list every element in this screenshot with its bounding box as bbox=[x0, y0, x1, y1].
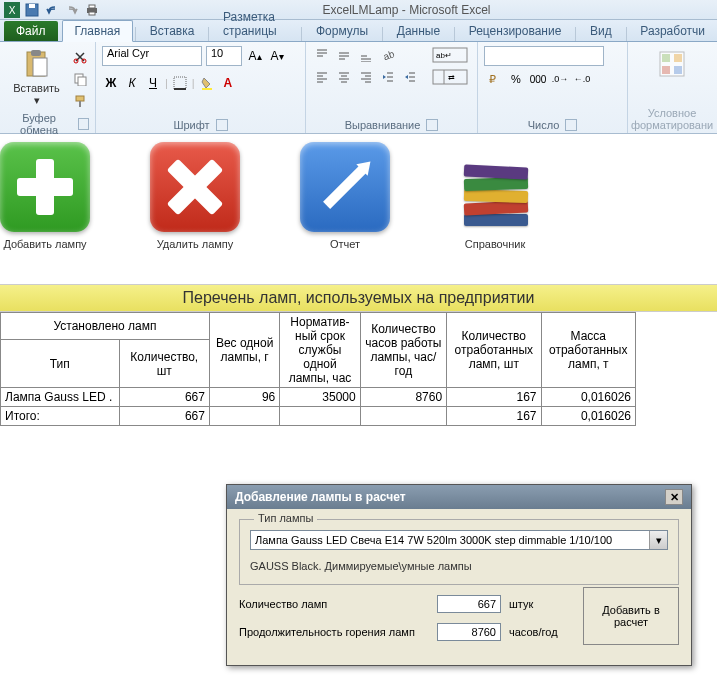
quick-access-toolbar: X bbox=[4, 2, 100, 18]
font-color-icon[interactable]: A bbox=[219, 74, 237, 92]
titlebar: X ExcelLMLamp - Microsoft Excel bbox=[0, 0, 717, 20]
undo-icon[interactable] bbox=[44, 2, 60, 18]
tab-review[interactable]: Рецензирование bbox=[457, 21, 574, 41]
tab-file[interactable]: Файл bbox=[4, 21, 58, 41]
save-icon[interactable] bbox=[24, 2, 40, 18]
border-icon[interactable] bbox=[171, 74, 189, 92]
group-number-label: Число bbox=[528, 119, 560, 131]
svg-rect-3 bbox=[29, 4, 35, 8]
sheet-header: Перечень ламп, используемых на предприят… bbox=[0, 284, 717, 312]
hdr-qty: Количество, шт bbox=[119, 340, 209, 388]
tab-data[interactable]: Данные bbox=[385, 21, 452, 41]
hdr-installed: Установлено ламп bbox=[1, 313, 210, 340]
paste-label: Вставить bbox=[13, 82, 60, 94]
conditional-formatting-button[interactable] bbox=[652, 46, 692, 82]
delete-lamp-button[interactable] bbox=[150, 142, 240, 232]
report-button[interactable] bbox=[300, 142, 390, 232]
lamp-table: Установлено ламп Вес одной лампы, г Норм… bbox=[0, 312, 636, 426]
comma-icon[interactable]: 000 bbox=[528, 70, 548, 88]
add-lamp-button[interactable] bbox=[0, 142, 90, 232]
hdr-worked: Количество отработанных ламп, шт bbox=[447, 313, 541, 388]
svg-text:ab↵: ab↵ bbox=[436, 51, 452, 60]
report-label: Отчет bbox=[330, 238, 360, 250]
align-middle-icon[interactable] bbox=[334, 46, 354, 64]
tab-home[interactable]: Главная bbox=[62, 20, 134, 42]
svg-text:X: X bbox=[9, 5, 16, 16]
tab-developer[interactable]: Разработчи bbox=[628, 21, 717, 41]
hdr-hours: Количество часов работы лампы, час/год bbox=[360, 313, 446, 388]
ribbon: Вставить ▾ Буфер обмена Arial Cyr 10 A▴ … bbox=[0, 42, 717, 134]
tab-page-layout[interactable]: Разметка страницы bbox=[211, 7, 299, 41]
font-name-select[interactable]: Arial Cyr bbox=[102, 46, 202, 66]
fill-color-icon[interactable] bbox=[198, 74, 216, 92]
currency-icon[interactable]: ₽ bbox=[484, 70, 504, 88]
svg-rect-18 bbox=[202, 88, 212, 90]
merge-center-icon[interactable]: ⇄ bbox=[430, 68, 470, 86]
window-title: ExcelLMLamp - Microsoft Excel bbox=[100, 3, 713, 17]
font-launcher[interactable] bbox=[216, 119, 228, 131]
decrease-decimal-icon[interactable]: ←.0 bbox=[572, 70, 592, 88]
svg-rect-8 bbox=[31, 50, 41, 56]
add-lamp-label: Добавить лампу bbox=[3, 238, 86, 250]
svg-rect-6 bbox=[89, 12, 95, 15]
svg-rect-54 bbox=[662, 54, 670, 62]
bold-button[interactable]: Ж bbox=[102, 74, 120, 92]
svg-rect-9 bbox=[33, 58, 47, 76]
svg-rect-56 bbox=[662, 66, 670, 74]
svg-text:⇄: ⇄ bbox=[448, 73, 455, 82]
excel-icon: X bbox=[4, 2, 20, 18]
font-size-select[interactable]: 10 bbox=[206, 46, 242, 66]
tab-insert[interactable]: Вставка bbox=[138, 21, 207, 41]
italic-button[interactable]: К bbox=[123, 74, 141, 92]
format-painter-icon[interactable] bbox=[71, 92, 89, 110]
svg-rect-57 bbox=[674, 66, 682, 74]
clipboard-launcher[interactable] bbox=[78, 118, 89, 130]
svg-rect-5 bbox=[89, 5, 95, 8]
svg-text:ab: ab bbox=[382, 48, 395, 62]
orientation-icon[interactable]: ab bbox=[378, 46, 398, 64]
increase-indent-icon[interactable] bbox=[400, 68, 420, 86]
align-right-icon[interactable] bbox=[356, 68, 376, 86]
svg-rect-15 bbox=[79, 101, 81, 107]
table-row-total[interactable]: Итого: 667 167 0,016026 bbox=[1, 407, 636, 426]
svg-rect-14 bbox=[76, 96, 84, 101]
cut-icon[interactable] bbox=[71, 48, 89, 66]
group-clipboard-label: Буфер обмена bbox=[6, 112, 72, 136]
tab-view[interactable]: Вид bbox=[578, 21, 624, 41]
paste-button[interactable]: Вставить ▾ bbox=[6, 46, 67, 109]
alignment-launcher[interactable] bbox=[426, 119, 438, 131]
align-center-icon[interactable] bbox=[334, 68, 354, 86]
underline-button[interactable]: Ч bbox=[144, 74, 162, 92]
svg-rect-13 bbox=[78, 77, 86, 86]
hdr-norm: Норматив-ный срок службы одной лампы, ча… bbox=[280, 313, 360, 388]
copy-icon[interactable] bbox=[71, 70, 89, 88]
hdr-mass: Масса отработанных ламп, т bbox=[541, 313, 635, 388]
wrap-text-icon[interactable]: ab↵ bbox=[430, 46, 470, 64]
number-launcher[interactable] bbox=[565, 119, 577, 131]
increase-decimal-icon[interactable]: .0→ bbox=[550, 70, 570, 88]
align-bottom-icon[interactable] bbox=[356, 46, 376, 64]
custom-toolbar: Добавить лампу Удалить лампу Отчет Справ… bbox=[0, 134, 717, 284]
shrink-font-icon[interactable]: A▾ bbox=[268, 47, 286, 65]
group-styles-label: Условное bbox=[648, 107, 697, 119]
hdr-type: Тип bbox=[1, 340, 120, 388]
percent-icon[interactable]: % bbox=[506, 70, 526, 88]
grow-font-icon[interactable]: A▴ bbox=[246, 47, 264, 65]
hdr-weight: Вес одной лампы, г bbox=[209, 313, 279, 388]
tab-formulas[interactable]: Формулы bbox=[304, 21, 380, 41]
group-alignment-label: Выравнивание bbox=[345, 119, 421, 131]
group-font-label: Шрифт bbox=[173, 119, 209, 131]
svg-rect-55 bbox=[674, 54, 682, 62]
decrease-indent-icon[interactable] bbox=[378, 68, 398, 86]
align-top-icon[interactable] bbox=[312, 46, 332, 64]
svg-text:₽: ₽ bbox=[489, 73, 496, 85]
align-left-icon[interactable] bbox=[312, 68, 332, 86]
reference-button[interactable] bbox=[450, 142, 540, 232]
number-format-select[interactable] bbox=[484, 46, 604, 66]
svg-rect-16 bbox=[174, 77, 186, 89]
table-row[interactable]: Лампа Gauss LED . 667 96 35000 8760 167 … bbox=[1, 388, 636, 407]
redo-icon[interactable] bbox=[64, 2, 80, 18]
print-icon[interactable] bbox=[84, 2, 100, 18]
reference-label: Справочник bbox=[465, 238, 526, 250]
ribbon-tabs: Файл Главная Вставка Разметка страницы Ф… bbox=[0, 20, 717, 42]
